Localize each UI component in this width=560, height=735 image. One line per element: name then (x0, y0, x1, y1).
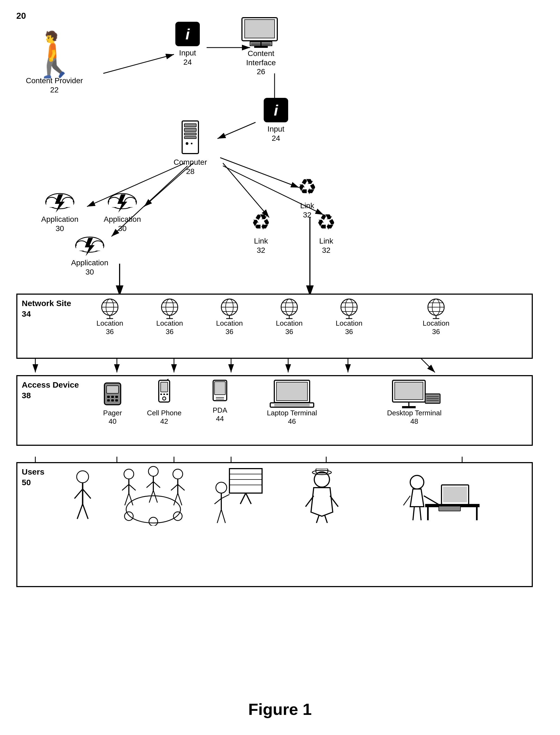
link3-icon: ♻ Link 32 (307, 209, 345, 255)
svg-point-158 (126, 496, 181, 523)
svg-line-173 (221, 509, 225, 523)
info-icon-bottom: i (264, 98, 288, 122)
application2-label: Application 30 (104, 215, 141, 233)
location1-label: Location36 (97, 319, 123, 336)
pager-icon: Pager 40 (94, 382, 132, 426)
svg-line-142 (122, 484, 129, 490)
svg-rect-36 (184, 124, 196, 127)
svg-rect-38 (184, 133, 196, 135)
svg-point-146 (148, 466, 158, 476)
svg-line-151 (153, 490, 157, 503)
svg-line-180 (325, 515, 327, 523)
pda-label: PDA 44 (213, 406, 227, 423)
network-site-title: Network Site 34 (22, 298, 71, 319)
user-presenter-icon (208, 466, 273, 526)
svg-line-137 (83, 489, 91, 499)
input-bottom-label: Input 24 (267, 124, 284, 143)
link2-icon: ♻ Link 32 (242, 209, 280, 255)
svg-marker-51 (117, 194, 127, 213)
user-desk-icon (393, 466, 490, 526)
svg-rect-185 (443, 487, 467, 502)
svg-line-170 (221, 494, 229, 499)
application1-label: Application 30 (41, 215, 79, 233)
laptop-icon: Laptop Terminal 46 (257, 379, 327, 426)
access-device-box: Access Device 38 Pager 40 (16, 375, 533, 446)
svg-point-112 (163, 397, 166, 400)
info-icon-top: i (175, 22, 200, 46)
svg-line-172 (217, 509, 221, 523)
svg-point-40 (186, 142, 188, 145)
svg-rect-114 (160, 394, 162, 395)
svg-line-144 (125, 493, 129, 505)
svg-rect-122 (276, 382, 307, 401)
svg-marker-46 (55, 194, 65, 213)
laptop-label: Laptop Terminal 46 (267, 409, 317, 426)
diagram-number: 20 (16, 11, 26, 21)
pager-label: Pager 40 (103, 409, 122, 426)
svg-line-155 (178, 484, 185, 490)
link3-label: Link 32 (319, 236, 333, 255)
user-working-icon (289, 469, 354, 523)
svg-line-2 (103, 54, 174, 73)
location3-icon: Location36 (210, 297, 248, 336)
svg-rect-28 (245, 20, 275, 38)
svg-line-167 (246, 493, 251, 504)
network-site-box: Network Site 34 Location36 (16, 294, 533, 359)
svg-rect-104 (107, 396, 110, 398)
pda-icon: PDA 44 (202, 379, 238, 423)
svg-line-5 (217, 122, 256, 139)
location3-label: Location36 (216, 319, 243, 336)
location1-icon: Location36 (91, 297, 129, 336)
computer-icon: Computer 28 (163, 120, 217, 176)
user-group-icon (113, 466, 194, 526)
svg-rect-105 (111, 396, 114, 398)
svg-rect-39 (184, 136, 196, 139)
svg-line-139 (83, 504, 88, 519)
svg-point-160 (149, 517, 158, 526)
access-device-title: Access Device 38 (22, 379, 79, 401)
svg-line-179 (316, 515, 319, 523)
user1-icon (66, 469, 99, 523)
svg-rect-188 (439, 506, 461, 511)
content-interface-icon: Content Interface 26 (234, 16, 288, 76)
svg-rect-106 (115, 396, 118, 398)
svg-line-157 (178, 493, 182, 505)
location6-icon: Location36 (412, 297, 461, 336)
svg-text:♻: ♻ (316, 210, 336, 234)
svg-text:♻: ♻ (251, 210, 271, 234)
svg-rect-34 (254, 46, 268, 48)
application1-icon: Application 30 (35, 190, 84, 233)
location5-label: Location36 (336, 319, 362, 336)
svg-line-136 (74, 489, 83, 499)
svg-rect-115 (163, 394, 165, 395)
svg-line-145 (129, 493, 133, 505)
svg-rect-123 (270, 403, 314, 407)
users-box: Users 50 (16, 462, 533, 587)
cell-phone-icon: Cell Phone 42 (142, 379, 186, 426)
svg-rect-129 (402, 406, 416, 408)
svg-point-189 (410, 475, 424, 489)
link2-label: Link 32 (254, 236, 268, 255)
svg-line-143 (129, 484, 136, 490)
desktop-label: Desktop Terminal 48 (387, 409, 441, 426)
svg-rect-37 (184, 128, 196, 132)
svg-line-9 (220, 158, 299, 188)
svg-rect-116 (166, 394, 168, 395)
svg-rect-111 (161, 382, 168, 392)
svg-line-154 (171, 484, 178, 490)
svg-text:♻: ♻ (297, 175, 317, 199)
application2-icon: Application 30 (98, 190, 147, 233)
svg-line-150 (149, 490, 153, 503)
desktop-icon: Desktop Terminal 48 (371, 379, 458, 426)
diagram-container: 20 🚶 Content Provider 22 i Input 24 (0, 0, 560, 735)
content-provider-label: Content Provider 22 (26, 76, 83, 94)
svg-line-192 (413, 507, 414, 520)
svg-point-168 (216, 482, 227, 493)
input-bottom-icon: i Input 24 (257, 98, 295, 143)
cell-phone-label: Cell Phone 42 (147, 409, 181, 426)
location2-icon: Location36 (151, 297, 189, 336)
svg-rect-107 (107, 399, 110, 401)
svg-rect-109 (115, 399, 118, 401)
location4-icon: Location36 (270, 297, 308, 336)
location2-label: Location36 (156, 319, 183, 336)
